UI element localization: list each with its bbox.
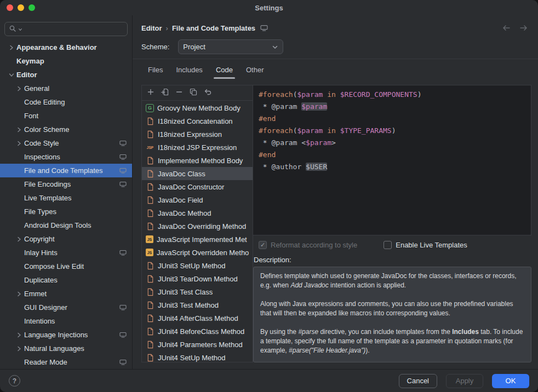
tpl-item-junit4-beforeclass-method[interactable]: JUnit4 BeforeClass Method <box>142 325 253 338</box>
tpl-item-junit3-test-class[interactable]: JUnit3 Test Class <box>142 285 253 298</box>
project-level-badge-icon <box>119 168 127 174</box>
sidebar-item-general[interactable]: General <box>0 82 132 95</box>
tpl-item-i18nized-concatenation[interactable]: I18nized Concatenation <box>142 114 253 128</box>
tpl-item-junit4-setup-method[interactable]: JUnit4 SetUp Method <box>142 351 253 362</box>
close-window-button[interactable] <box>7 4 13 11</box>
chevron-right-icon[interactable] <box>14 332 24 338</box>
cancel-button[interactable]: Cancel <box>399 374 437 388</box>
sidebar-item-gui-designer[interactable]: GUI Designer <box>0 301 132 314</box>
revert-button[interactable] <box>201 87 215 99</box>
sidebar-item-language-injections[interactable]: Language Injections <box>0 328 132 342</box>
sidebar-item-inlay-hints[interactable]: Inlay Hints <box>0 246 132 260</box>
sidebar-item-reader-mode[interactable]: Reader Mode <box>0 355 132 369</box>
template-list-panel: GGroovy New Method BodyI18nized Concaten… <box>141 85 253 362</box>
ok-button[interactable]: OK <box>492 374 529 388</box>
help-button[interactable]: ? <box>9 375 20 387</box>
tpl-item-junit3-teardown-method[interactable]: JUnit3 TearDown Method <box>142 272 253 285</box>
tab-other[interactable]: Other <box>239 59 271 80</box>
sidebar-item-label: Code Style <box>24 139 59 147</box>
chevron-right-icon[interactable] <box>14 140 24 147</box>
sidebar-item-android-design-tools[interactable]: Android Design Tools <box>0 218 132 232</box>
js-icon: JS <box>146 235 153 243</box>
sidebar-item-label: Editor <box>16 71 37 79</box>
tpl-item-javadoc-class[interactable]: JavaDoc Class <box>142 167 253 180</box>
back-button[interactable] <box>502 25 511 31</box>
chevron-right-icon[interactable] <box>14 85 24 92</box>
sidebar-item-label: Natural Languages <box>24 344 84 353</box>
chevron-right-icon[interactable] <box>14 291 24 297</box>
add-button[interactable] <box>144 87 158 99</box>
tab-code[interactable]: Code <box>209 59 239 80</box>
sidebar-item-editor[interactable]: Editor <box>0 68 132 82</box>
code-line: * @param $param <box>259 101 531 113</box>
template-code-editor[interactable]: #foreach($param in $RECORD_COMPONENTS) *… <box>253 85 531 235</box>
zoom-window-button[interactable] <box>28 4 35 11</box>
chevron-right-icon[interactable] <box>7 44 16 51</box>
template-name: JUnit4 Parameters Method <box>158 341 243 349</box>
tpl-item-javadoc-method[interactable]: JavaDoc Method <box>142 206 253 220</box>
sidebar-item-file-encodings[interactable]: File Encodings <box>0 177 132 191</box>
sidebar-item-copyright[interactable]: Copyright <box>0 232 132 246</box>
add-template-button[interactable] <box>158 87 172 99</box>
sidebar-item-keymap[interactable]: Keymap <box>0 54 132 68</box>
sidebar-item-natural-languages[interactable]: Natural Languages <box>0 342 132 355</box>
template-name: JavaScript Overridden Metho <box>157 249 249 257</box>
chevron-down-icon[interactable] <box>7 72 16 78</box>
sidebar-item-label: Duplicates <box>24 276 58 284</box>
breadcrumb-separator: › <box>166 24 168 32</box>
breadcrumb-current: File and Code Templates <box>172 24 255 32</box>
apply-button[interactable]: Apply <box>446 374 483 388</box>
tpl-item-junit3-test-method[interactable]: JUnit3 Test Method <box>142 298 253 312</box>
sidebar-item-file-types[interactable]: File Types <box>0 205 132 218</box>
sidebar-item-file-and-code-templates[interactable]: File and Code Templates <box>0 164 132 177</box>
tpl-item-javascript-implemented-met[interactable]: JSJavaScript Implemented Met <box>142 233 253 246</box>
tpl-item-junit4-parameters-method[interactable]: JUnit4 Parameters Method <box>142 338 253 351</box>
tpl-item-junit3-setup-method[interactable]: JUnit3 SetUp Method <box>142 259 253 272</box>
sidebar-item-live-templates[interactable]: Live Templates <box>0 191 132 205</box>
breadcrumb-parent[interactable]: Editor <box>141 24 162 32</box>
sidebar-item-font[interactable]: Font <box>0 109 132 123</box>
minimize-window-button[interactable] <box>18 4 24 11</box>
template-name: JUnit3 Test Class <box>158 288 213 296</box>
tpl-item-implemented-method-body[interactable]: Implemented Method Body <box>142 154 253 167</box>
description-box[interactable]: Defines template which used to generate … <box>253 267 531 362</box>
tpl-item-junit4-afterclass-method[interactable]: JUnit4 AfterClass Method <box>142 312 253 325</box>
enable-live-templates-checkbox[interactable]: Enable Live Templates <box>384 241 467 249</box>
sidebar-item-duplicates[interactable]: Duplicates <box>0 273 132 287</box>
search-input[interactable] <box>4 22 128 36</box>
jsp-icon: JSP <box>146 143 154 152</box>
remove-button[interactable] <box>172 87 186 99</box>
reformat-checkbox[interactable]: ✓ Reformat according to style <box>259 241 357 249</box>
sidebar-item-code-style[interactable]: Code Style <box>0 136 132 150</box>
forward-button[interactable] <box>519 25 528 31</box>
sidebar-item-compose-live-edit[interactable]: Compose Live Edit <box>0 260 132 273</box>
tab-files[interactable]: Files <box>141 59 169 80</box>
tab-includes[interactable]: Includes <box>169 59 209 80</box>
chevron-right-icon[interactable] <box>14 126 24 133</box>
code-line: #foreach($param in $TYPE_PARAMS) <box>259 125 531 137</box>
chevron-right-icon[interactable] <box>14 236 24 243</box>
tpl-item-javadoc-field[interactable]: JavaDoc Field <box>142 193 253 206</box>
settings-window: Settings Appearance & BehaviorKeymapEdit… <box>0 0 538 392</box>
sidebar-item-appearance-behavior[interactable]: Appearance & Behavior <box>0 41 132 54</box>
add-icon <box>146 88 155 98</box>
project-level-badge-icon <box>119 250 127 256</box>
settings-tree: Appearance & BehaviorKeymapEditorGeneral… <box>0 41 132 369</box>
sidebar-item-inspections[interactable]: Inspections <box>0 150 132 164</box>
tpl-item-javadoc-constructor[interactable]: JavaDoc Constructor <box>142 180 253 193</box>
breadcrumb: Editor › File and Code Templates <box>141 21 531 34</box>
scheme-select[interactable]: Project <box>178 39 283 54</box>
copy-button[interactable] <box>186 87 201 99</box>
tpl-item-groovy-new-method-body[interactable]: GGroovy New Method Body <box>142 101 253 114</box>
tpl-item-javascript-overridden-metho[interactable]: JSJavaScript Overridden Metho <box>142 246 253 259</box>
tpl-item-i18nized-expression[interactable]: I18nized Expression <box>142 128 253 141</box>
sidebar-item-intentions[interactable]: Intentions <box>0 314 132 328</box>
tpl-item-javadoc-overriding-method[interactable]: JavaDoc Overriding Method <box>142 220 253 233</box>
template-icon <box>146 287 154 296</box>
template-icon <box>146 353 154 362</box>
tpl-item-i18nized-jsp-expression[interactable]: JSPI18nized JSP Expression <box>142 141 253 154</box>
sidebar-item-color-scheme[interactable]: Color Scheme <box>0 123 132 136</box>
sidebar-item-emmet[interactable]: Emmet <box>0 287 132 301</box>
chevron-right-icon[interactable] <box>14 345 24 352</box>
sidebar-item-code-editing[interactable]: Code Editing <box>0 95 132 109</box>
